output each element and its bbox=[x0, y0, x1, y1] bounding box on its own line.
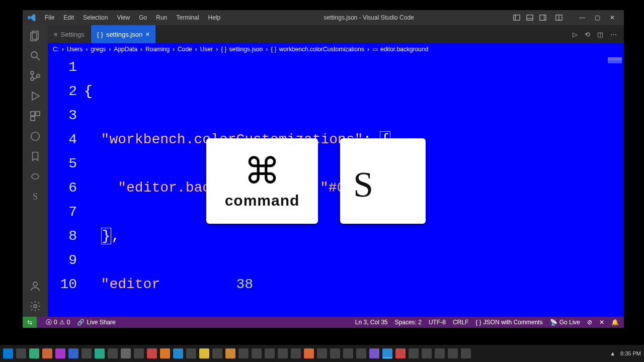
menu-run[interactable]: Run bbox=[152, 12, 171, 23]
crumb[interactable]: Users bbox=[67, 46, 83, 53]
taskbar-app-icon[interactable] bbox=[369, 348, 379, 358]
taskbar-app-icon[interactable] bbox=[343, 348, 353, 358]
taskbar-app-icon[interactable] bbox=[409, 348, 419, 358]
notifications-icon[interactable]: 🔔 bbox=[611, 319, 619, 326]
panel-left-icon[interactable] bbox=[513, 14, 520, 21]
menu-selection[interactable]: Selection bbox=[79, 12, 112, 23]
tab-settings[interactable]: ≡ Settings bbox=[48, 25, 91, 43]
taskbar-vscode-icon[interactable] bbox=[382, 348, 392, 358]
svg-rect-18 bbox=[31, 117, 35, 121]
svg-point-13 bbox=[31, 77, 34, 80]
cursor-position[interactable]: Ln 3, Col 35 bbox=[355, 319, 388, 326]
source-control-icon[interactable] bbox=[29, 69, 42, 82]
panel-bottom-icon[interactable] bbox=[526, 14, 533, 21]
taskbar-app-icon[interactable] bbox=[422, 348, 432, 358]
crumb[interactable]: { } settings.json bbox=[221, 46, 263, 53]
taskbar-app-icon[interactable] bbox=[212, 348, 222, 358]
taskbar-app-icon[interactable] bbox=[265, 348, 275, 358]
taskbar-app-icon[interactable] bbox=[461, 348, 471, 358]
menu-edit[interactable]: Edit bbox=[59, 12, 78, 23]
go-live-status[interactable]: 📡 Go Live bbox=[550, 319, 580, 326]
open-settings-ui-icon[interactable]: ⟲ bbox=[585, 31, 590, 38]
taskbar-app-icon[interactable] bbox=[252, 348, 262, 358]
taskbar-app-icon[interactable] bbox=[108, 348, 118, 358]
system-tray[interactable]: ▲ bbox=[610, 350, 615, 356]
menu-view[interactable]: View bbox=[113, 12, 134, 23]
taskbar-app-icon[interactable] bbox=[186, 348, 196, 358]
svg-rect-2 bbox=[527, 15, 533, 21]
encoding-status[interactable]: UTF-8 bbox=[429, 319, 446, 326]
window-title: settings.json - Visual Studio Code bbox=[224, 14, 513, 21]
taskbar-app-icon[interactable] bbox=[330, 348, 340, 358]
taskbar-app-icon[interactable] bbox=[95, 348, 105, 358]
language-mode[interactable]: { } JSON with Comments bbox=[475, 319, 542, 326]
taskbar-app-icon[interactable] bbox=[395, 348, 406, 358]
bookmark-icon[interactable] bbox=[29, 150, 42, 163]
panel-right-icon[interactable] bbox=[539, 14, 546, 21]
run-icon[interactable]: ▷ bbox=[573, 31, 578, 38]
crumb[interactable]: C: bbox=[53, 46, 59, 53]
taskbar-clock[interactable]: 8:35 PM bbox=[620, 350, 641, 356]
start-button[interactable] bbox=[3, 348, 13, 358]
svg-line-11 bbox=[37, 57, 40, 60]
crumb[interactable]: Code bbox=[178, 46, 192, 53]
windows-taskbar[interactable]: ▲ 8:35 PM bbox=[0, 345, 644, 362]
explorer-icon[interactable] bbox=[29, 29, 42, 42]
taskbar-app-icon[interactable] bbox=[68, 348, 78, 358]
crumb[interactable]: AppData bbox=[114, 46, 137, 53]
breadcrumb[interactable]: C:› Users› gregs› AppData› Roaming› Code… bbox=[48, 43, 624, 55]
status-ext-icon-1[interactable]: ⊘ bbox=[587, 319, 592, 326]
accounts-icon[interactable] bbox=[29, 280, 42, 293]
close-button[interactable]: ✕ bbox=[605, 10, 620, 25]
settings-gear-icon[interactable] bbox=[29, 300, 42, 313]
taskbar-app-icon[interactable] bbox=[173, 348, 183, 358]
layout-icon[interactable] bbox=[555, 14, 562, 21]
extensions-icon[interactable] bbox=[29, 110, 42, 123]
taskbar-app-icon[interactable] bbox=[16, 348, 26, 358]
ext-icon-3[interactable]: S bbox=[29, 190, 42, 203]
maximize-button[interactable]: ▢ bbox=[590, 10, 605, 25]
taskbar-app-icon[interactable] bbox=[291, 348, 301, 358]
taskbar-app-icon[interactable] bbox=[199, 348, 209, 358]
taskbar-app-icon[interactable] bbox=[317, 348, 327, 358]
taskbar-app-icon[interactable] bbox=[29, 348, 39, 358]
crumb[interactable]: User bbox=[200, 46, 213, 53]
menu-go[interactable]: Go bbox=[135, 12, 151, 23]
taskbar-app-icon[interactable] bbox=[356, 348, 366, 358]
menu-file[interactable]: File bbox=[41, 12, 58, 23]
search-icon[interactable] bbox=[29, 49, 42, 62]
indentation-status[interactable]: Spaces: 2 bbox=[395, 319, 422, 326]
taskbar-app-icon[interactable] bbox=[304, 348, 314, 358]
taskbar-app-icon[interactable] bbox=[278, 348, 288, 358]
problems-status[interactable]: ⓧ 0 ⚠ 0 bbox=[46, 318, 70, 327]
minimize-button[interactable]: ― bbox=[575, 10, 590, 25]
split-editor-icon[interactable]: ◫ bbox=[597, 31, 603, 38]
crumb[interactable]: { } workbench.colorCustomizations bbox=[271, 46, 364, 53]
live-share-status[interactable]: 🔗 Live Share bbox=[77, 319, 115, 326]
more-actions-icon[interactable]: ⋯ bbox=[610, 31, 617, 38]
crumb[interactable]: ▭ editor.background bbox=[372, 46, 428, 53]
tab-close-icon[interactable]: × bbox=[145, 30, 149, 38]
run-debug-icon[interactable] bbox=[29, 89, 42, 103]
taskbar-app-icon[interactable] bbox=[134, 348, 144, 358]
crumb[interactable]: gregs bbox=[91, 46, 106, 53]
eol-status[interactable]: CRLF bbox=[453, 319, 468, 326]
taskbar-app-icon[interactable] bbox=[121, 348, 131, 358]
remote-indicator[interactable]: ⇆ bbox=[23, 317, 37, 328]
taskbar-app-icon[interactable] bbox=[160, 348, 170, 358]
status-ext-icon-2[interactable]: ✕ bbox=[599, 319, 604, 326]
menu-help[interactable]: Help bbox=[204, 12, 225, 23]
menu-terminal[interactable]: Terminal bbox=[172, 12, 203, 23]
taskbar-app-icon[interactable] bbox=[225, 348, 235, 358]
taskbar-app-icon[interactable] bbox=[55, 348, 65, 358]
taskbar-app-icon[interactable] bbox=[42, 348, 52, 358]
taskbar-app-icon[interactable] bbox=[238, 348, 249, 358]
taskbar-app-icon[interactable] bbox=[82, 348, 92, 358]
crumb[interactable]: Roaming bbox=[145, 46, 170, 53]
taskbar-app-icon[interactable] bbox=[448, 348, 458, 358]
tab-settings-json[interactable]: { } settings.json × bbox=[91, 25, 156, 43]
taskbar-app-icon[interactable] bbox=[147, 348, 157, 358]
ext-icon-1[interactable] bbox=[29, 130, 42, 143]
ext-icon-2[interactable] bbox=[29, 170, 42, 183]
taskbar-app-icon[interactable] bbox=[435, 348, 445, 358]
